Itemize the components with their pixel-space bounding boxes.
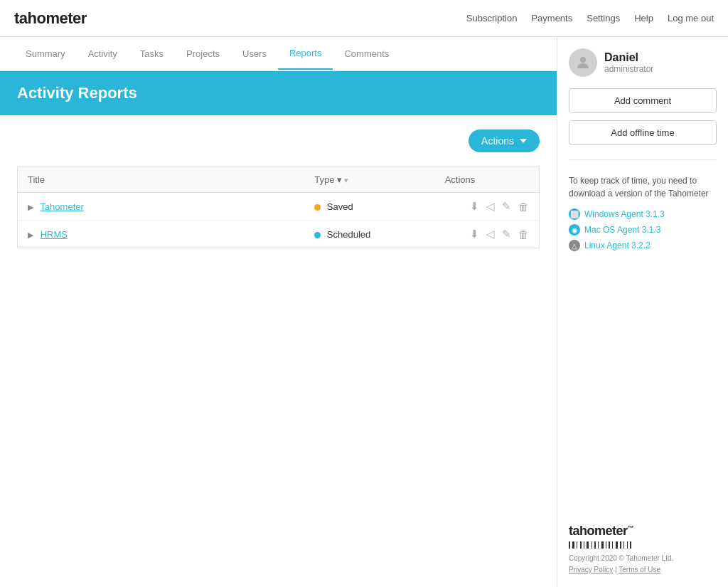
- top-nav: tahometer Subscription Payments Settings…: [0, 0, 728, 37]
- row-2-type: Scheduled: [327, 229, 370, 240]
- footer-logo: tahometer™: [569, 524, 717, 539]
- table-header-row: Title Type ▾ Actions: [18, 167, 540, 193]
- divider: [569, 159, 717, 160]
- main-layout: Summary Activity Tasks Projects Users Re…: [0, 37, 728, 587]
- col-header-title: Title: [18, 167, 305, 193]
- delete-icon[interactable]: 🗑: [518, 201, 529, 213]
- linux-agent-link[interactable]: △ Linux Agent 3.2.2: [569, 240, 717, 251]
- footer-copyright: Copyright 2020 © Tahometer Ltd. Privacy …: [569, 553, 717, 576]
- content-area: Summary Activity Tasks Projects Users Re…: [0, 37, 557, 587]
- row-1-type-cell: Saved: [304, 193, 435, 221]
- avatar: [569, 48, 597, 77]
- macos-icon: ◉: [569, 224, 580, 236]
- user-details: Daniel administrator: [604, 51, 653, 74]
- sidebar-info-text: To keep track of time, you need to downl…: [569, 174, 717, 200]
- logout-link[interactable]: Log me out: [668, 13, 714, 23]
- report-link-hrms[interactable]: HRMS: [41, 229, 68, 240]
- page-header: Activity Reports: [0, 71, 557, 115]
- tab-tasks[interactable]: Tasks: [129, 38, 175, 69]
- actions-button[interactable]: Actions: [469, 129, 540, 152]
- expand-icon[interactable]: ▶: [28, 231, 33, 239]
- sidebar-footer: tahometer™: [569, 524, 717, 576]
- download-icon[interactable]: ⬇: [470, 200, 479, 213]
- tab-summary[interactable]: Summary: [14, 38, 77, 69]
- action-icons: ⬇ ◁ ✎ 🗑: [445, 228, 529, 240]
- linux-icon: △: [569, 240, 580, 251]
- privacy-policy-link[interactable]: Privacy Policy: [569, 566, 613, 573]
- table-row: ▶ Tahometer Saved ⬇ ◁ ✎ 🗑: [18, 193, 540, 221]
- user-role: administrator: [604, 64, 653, 74]
- tab-comments[interactable]: Comments: [333, 38, 400, 69]
- row-1-actions-cell: ⬇ ◁ ✎ 🗑: [435, 193, 540, 221]
- user-info: Daniel administrator: [569, 48, 717, 77]
- chevron-down-icon: [520, 139, 527, 143]
- download-icon[interactable]: ⬇: [470, 228, 479, 240]
- tab-activity[interactable]: Activity: [77, 38, 129, 69]
- reports-table: Title Type ▾ Actions ▶ Tahometer: [17, 166, 540, 248]
- app-logo: tahometer: [14, 9, 87, 28]
- expand-icon[interactable]: ▶: [28, 203, 33, 211]
- sidebar: Daniel administrator Add comment Add off…: [557, 37, 728, 587]
- row-1-type: Saved: [327, 201, 353, 212]
- scheduled-dot-icon: [314, 232, 321, 238]
- delete-icon[interactable]: 🗑: [518, 228, 529, 240]
- help-link[interactable]: Help: [634, 13, 653, 23]
- tab-projects[interactable]: Projects: [175, 38, 231, 69]
- row-2-title-cell: ▶ HRMS: [18, 221, 305, 248]
- edit-icon[interactable]: ✎: [502, 200, 511, 213]
- send-icon[interactable]: ◁: [486, 200, 495, 213]
- action-icons: ⬇ ◁ ✎ 🗑: [445, 200, 529, 213]
- macos-agent-link[interactable]: ◉ Mac OS Agent 3.1.3: [569, 224, 717, 236]
- user-name: Daniel: [604, 51, 653, 64]
- edit-icon[interactable]: ✎: [502, 228, 511, 240]
- windows-agent-link[interactable]: ⬜ Windows Agent 3.1.3: [569, 208, 717, 220]
- tab-reports[interactable]: Reports: [278, 38, 333, 70]
- add-offline-time-button[interactable]: Add offline time: [569, 120, 717, 145]
- settings-link[interactable]: Settings: [587, 13, 620, 23]
- row-2-actions-cell: ⬇ ◁ ✎ 🗑: [435, 221, 540, 248]
- tab-users[interactable]: Users: [231, 38, 278, 69]
- terms-of-use-link[interactable]: Terms of Use: [619, 566, 660, 573]
- row-1-title-cell: ▶ Tahometer: [18, 193, 305, 221]
- windows-icon: ⬜: [569, 208, 580, 220]
- table-row: ▶ HRMS Scheduled ⬇ ◁ ✎ 🗑: [18, 221, 540, 248]
- page-title: Activity Reports: [17, 84, 540, 102]
- add-comment-button[interactable]: Add comment: [569, 88, 717, 113]
- top-nav-links: Subscription Payments Settings Help Log …: [466, 13, 714, 23]
- secondary-nav: Summary Activity Tasks Projects Users Re…: [0, 37, 557, 71]
- row-2-type-cell: Scheduled: [304, 221, 435, 248]
- send-icon[interactable]: ◁: [486, 228, 495, 240]
- payments-link[interactable]: Payments: [531, 13, 572, 23]
- col-header-type[interactable]: Type ▾: [304, 167, 435, 193]
- barcode: [569, 541, 717, 549]
- col-header-actions: Actions: [435, 167, 540, 193]
- report-link-tahometer[interactable]: Tahometer: [40, 201, 83, 212]
- svg-point-0: [580, 57, 586, 63]
- download-links: ⬜ Windows Agent 3.1.3 ◉ Mac OS Agent 3.1…: [569, 208, 717, 251]
- content-body: Actions Title Type ▾ Actions: [0, 115, 557, 263]
- actions-btn-row: Actions: [17, 129, 540, 152]
- subscription-link[interactable]: Subscription: [466, 13, 518, 23]
- saved-dot-icon: [314, 204, 321, 211]
